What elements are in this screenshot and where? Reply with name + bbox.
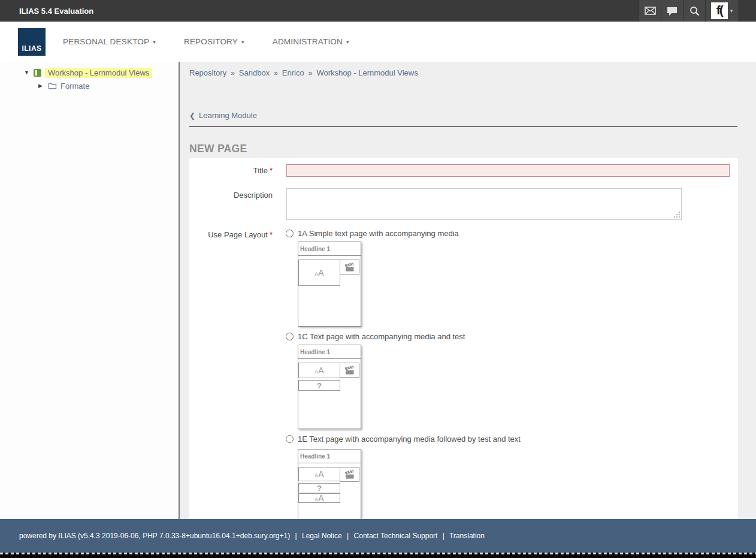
- footer-separator: |: [347, 532, 349, 540]
- search-icon: [690, 6, 700, 16]
- nav-personal-desktop[interactable]: PERSONAL DESKTOP ▾: [63, 37, 156, 46]
- media-block: [340, 363, 359, 378]
- text-block-icon: AA: [315, 493, 323, 503]
- layout-option-1e: 1E Text page with accompanying media fol…: [286, 434, 521, 444]
- question-block: ?: [298, 380, 340, 391]
- chat-icon: [667, 7, 678, 16]
- layout-preview-1e: Headline 1 AA ? AA: [298, 449, 361, 519]
- user-menu-button[interactable]: f( ▾: [705, 0, 738, 22]
- top-bar: ILIAS 5.4 Evaluation: [0, 0, 756, 22]
- powered-by-text: powered by ILIAS (v5.4.3 2019-06-06, PHP…: [19, 532, 290, 540]
- nav-administration[interactable]: ADMINISTRATION ▾: [273, 37, 349, 46]
- learning-module-icon: [34, 69, 41, 77]
- bottom-edge-bar: [0, 553, 756, 558]
- content-area: ▼ Workshop - Lernmodul Views ▶ Formate R…: [0, 62, 756, 519]
- tree-expand-icon[interactable]: ▶: [38, 83, 44, 89]
- legal-notice-link[interactable]: Legal Notice: [302, 532, 342, 540]
- description-field-wrap: [286, 188, 682, 220]
- footer-separator: |: [295, 532, 297, 540]
- chat-button[interactable]: [661, 0, 683, 22]
- text-block: AA: [298, 363, 340, 378]
- text-block: AA: [298, 467, 340, 481]
- avatar: f(: [711, 2, 728, 19]
- description-label: Description: [189, 191, 273, 200]
- breadcrumb: Repository»Sandbox»Enrico»Workshop - Ler…: [189, 68, 418, 77]
- mail-button[interactable]: [639, 0, 661, 22]
- text-block: AA: [298, 493, 340, 503]
- preview-headline: Headline 1: [298, 345, 361, 359]
- chevron-down-icon: ▾: [346, 39, 349, 45]
- nav-administration-label: ADMINISTRATION: [273, 37, 343, 46]
- ilias-logo[interactable]: ILIAS: [18, 28, 46, 56]
- nav-repository-label: REPOSITORY: [184, 37, 238, 46]
- tree-link-formate[interactable]: Formate: [61, 82, 89, 91]
- required-marker: *: [270, 230, 273, 239]
- new-page-form: Title* Description Use Page Layout*: [189, 158, 738, 519]
- preview-headline: Headline 1: [298, 242, 361, 256]
- page: ILIAS 5.4 Evaluation: [0, 0, 756, 558]
- chevron-down-icon: ▾: [153, 39, 156, 45]
- breadcrumb-sandbox[interactable]: Sandbox: [239, 68, 270, 77]
- breadcrumb-separator: »: [309, 69, 313, 77]
- chevron-left-icon: ❮: [189, 111, 195, 120]
- text-block-icon: AA: [315, 366, 323, 375]
- layout-option-1e-radio[interactable]: [286, 435, 294, 443]
- layout-preview-1a: Headline 1 AA: [298, 242, 361, 327]
- breadcrumb-repository[interactable]: Repository: [189, 68, 226, 77]
- mail-icon: [645, 7, 656, 15]
- main-panel: Repository»Sandbox»Enrico»Workshop - Ler…: [181, 62, 756, 519]
- back-section: ❮Learning Module: [189, 110, 737, 127]
- use-page-layout-label: Use Page Layout*: [189, 230, 273, 239]
- tree-item-formate: ▶ Formate: [0, 79, 179, 92]
- tree-item-workshop: ▼ Workshop - Lernmodul Views: [0, 66, 179, 79]
- back-link-label: Learning Module: [199, 111, 257, 120]
- chevron-down-icon: ▾: [241, 39, 244, 45]
- layout-option-1e-label[interactable]: 1E Text page with accompanying media fol…: [298, 434, 521, 444]
- app-title: ILIAS 5.4 Evaluation: [19, 7, 93, 16]
- layout-option-1c: 1C Text page with accompanying media and…: [286, 331, 465, 342]
- layout-option-1c-radio[interactable]: [286, 333, 294, 340]
- preview-headline: Headline 1: [298, 450, 361, 463]
- text-block-icon: AA: [315, 268, 323, 278]
- required-marker: *: [270, 166, 273, 175]
- layout-option-1a-radio[interactable]: [286, 230, 294, 237]
- layout-option-1c-label[interactable]: 1C Text page with accompanying media and…: [298, 331, 465, 342]
- back-to-learning-module-link[interactable]: ❮Learning Module: [189, 111, 257, 120]
- nav-items: PERSONAL DESKTOP ▾ REPOSITORY ▾ ADMINIST…: [63, 22, 349, 62]
- breadcrumb-workshop[interactable]: Workshop - Lernmodul Views: [316, 68, 418, 77]
- contact-support-link[interactable]: Contact Technical Support: [354, 532, 438, 540]
- question-block: ?: [298, 483, 340, 493]
- translation-link[interactable]: Translation: [449, 532, 485, 540]
- footer: powered by ILIAS (v5.4.3 2019-06-06, PHP…: [0, 519, 756, 553]
- media-clapperboard-icon: [344, 262, 356, 272]
- tree-collapse-icon[interactable]: ▼: [24, 70, 30, 76]
- breadcrumb-enrico[interactable]: Enrico: [282, 68, 304, 77]
- media-clapperboard-icon: [344, 365, 356, 375]
- title-input[interactable]: [286, 164, 730, 177]
- nav-personal-desktop-label: PERSONAL DESKTOP: [63, 37, 149, 46]
- layout-option-1a: 1A Simple text page with accompanying me…: [286, 228, 459, 239]
- footer-separator: |: [443, 532, 444, 540]
- title-label: Title*: [189, 166, 273, 175]
- description-input[interactable]: [286, 188, 682, 220]
- folder-icon: [48, 82, 57, 89]
- media-block: [340, 260, 359, 275]
- media-block: [340, 467, 359, 482]
- nav-repository[interactable]: REPOSITORY ▾: [184, 37, 244, 46]
- search-button[interactable]: [683, 0, 705, 22]
- layout-option-1a-label[interactable]: 1A Simple text page with accompanying me…: [298, 228, 459, 239]
- media-clapperboard-icon: [344, 469, 356, 479]
- repository-tree-sidebar: ▼ Workshop - Lernmodul Views ▶ Formate: [0, 62, 180, 519]
- page-title: NEW PAGE: [189, 143, 247, 155]
- tree-link-workshop[interactable]: Workshop - Lernmodul Views: [45, 68, 152, 78]
- layout-preview-1c: Headline 1 AA ?: [298, 345, 361, 429]
- main-nav-bar: ILIAS PERSONAL DESKTOP ▾ REPOSITORY ▾ AD…: [0, 22, 756, 62]
- breadcrumb-separator: »: [274, 69, 278, 77]
- text-block-icon: AA: [315, 469, 323, 479]
- text-block: AA: [298, 260, 340, 286]
- topbar-actions: f( ▾: [639, 0, 738, 22]
- footer-text: powered by ILIAS (v5.4.3 2019-06-06, PHP…: [19, 532, 485, 540]
- breadcrumb-separator: »: [231, 69, 235, 77]
- chevron-down-icon: ▾: [730, 8, 733, 14]
